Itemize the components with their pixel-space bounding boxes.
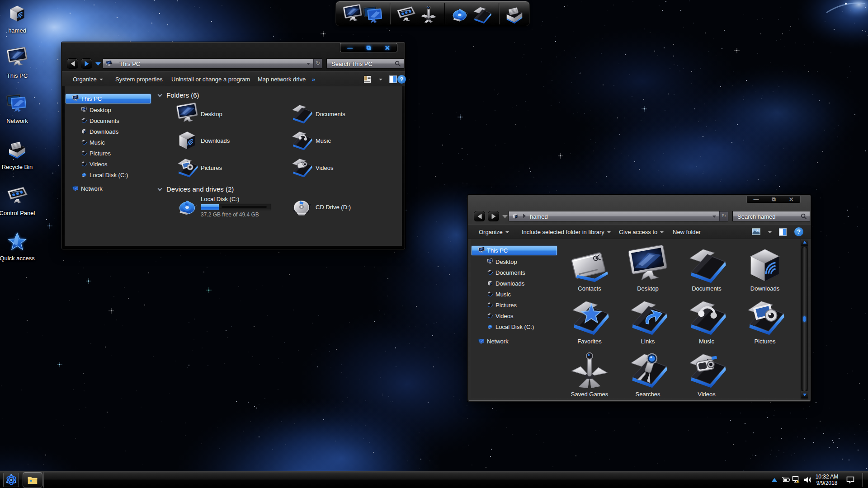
svg-text:!: !	[798, 480, 799, 483]
